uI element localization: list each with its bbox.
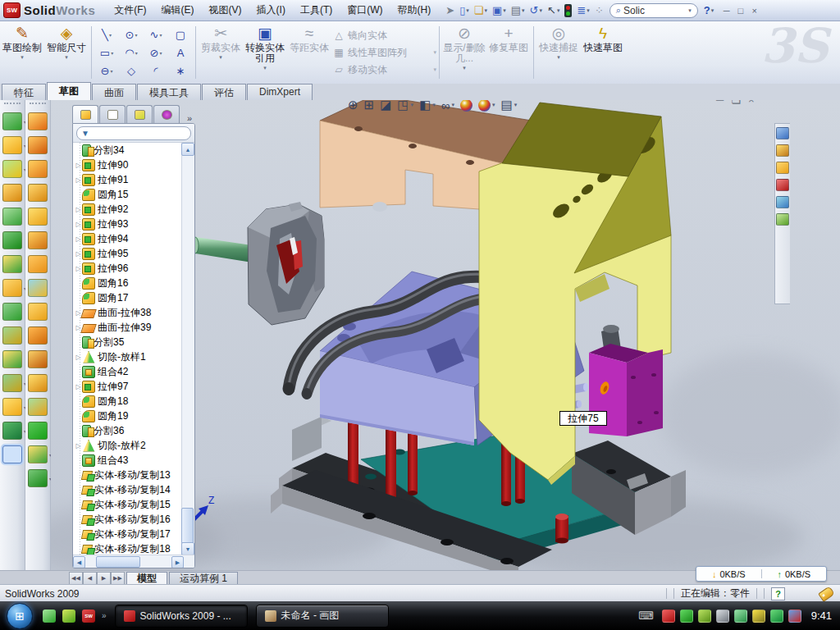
expander-icon[interactable]: ▷	[75, 176, 82, 184]
expander-icon[interactable]: ▷	[75, 162, 82, 169]
pin-icon[interactable]: ➤	[444, 4, 456, 16]
feature-tool-icon-7[interactable]	[28, 279, 48, 297]
tree-row-曲面-拉伸39[interactable]: ▷曲面-拉伸39	[73, 320, 181, 335]
tree-row-拉伸92[interactable]: ▷拉伸92	[73, 202, 181, 217]
tree-row-拉伸97[interactable]: ▷拉伸97	[73, 379, 181, 394]
ellipse-tool[interactable]: ⊘▾	[144, 43, 168, 62]
tree-row-拉伸95[interactable]: ▷拉伸95	[73, 246, 181, 261]
tree-row-圆角17[interactable]: 圆角17	[73, 290, 181, 305]
selection-box-tool[interactable]: ▢	[168, 25, 193, 43]
scroll-right-button[interactable]: ▶	[171, 556, 184, 568]
tree-row-圆角16[interactable]: 圆角16	[73, 276, 181, 290]
tab-曲面[interactable]: 曲面	[92, 84, 136, 100]
tree-tab-configuration-manager[interactable]	[126, 105, 153, 123]
feature-tool-icon-11[interactable]	[28, 374, 48, 392]
design-library-icon[interactable]	[776, 144, 789, 157]
feature-tool-icon-6[interactable]	[2, 255, 22, 273]
tree-tab-feature-manager[interactable]	[72, 105, 98, 123]
menu-item-3[interactable]: 插入(I)	[249, 1, 293, 20]
tree-row-实体-移动/复制13[interactable]: 实体-移动/复制13	[73, 468, 181, 482]
more-tools-icon[interactable]: ⁘	[593, 4, 605, 16]
tree-row-切除-放样1[interactable]: ▷切除-放样1	[73, 349, 181, 364]
feature-tool-icon-4[interactable]	[28, 208, 48, 226]
expander-icon[interactable]: ▷	[75, 265, 82, 272]
feature-tool-icon-3[interactable]	[2, 184, 22, 202]
motion-nav-button-2[interactable]: ▶	[97, 572, 111, 585]
scroll-thumb[interactable]	[181, 508, 194, 544]
feature-tool-icon-0[interactable]	[28, 112, 48, 130]
feature-tool-icon-12[interactable]: ▾	[2, 398, 22, 416]
stop-pin[interactable]	[555, 514, 568, 544]
solidworks-icon[interactable]: SW	[82, 609, 95, 623]
arc-tool[interactable]: ◠▾	[119, 43, 144, 62]
feature-tool-icon-2[interactable]	[28, 160, 48, 178]
tree-row-组合43[interactable]: 组合43	[73, 453, 181, 468]
motion-nav-button-3[interactable]: ▶▶	[111, 572, 125, 585]
new-file-icon[interactable]: ▯▾	[458, 4, 471, 16]
start-button[interactable]: ⊞	[7, 603, 33, 629]
network-warning-icon[interactable]	[752, 609, 765, 623]
restore-button[interactable]: □	[733, 4, 747, 16]
offset-entities-button[interactable]: ≈等距实体	[287, 21, 331, 80]
save-icon[interactable]: ▣▾	[491, 4, 508, 16]
menu-item-0[interactable]: 文件(F)	[107, 1, 153, 20]
feature-tool-icon-2[interactable]: ▾	[2, 160, 22, 178]
spline-tool[interactable]: ∿▾	[144, 25, 168, 43]
tab-特征[interactable]: 特征	[2, 84, 46, 100]
expander-icon[interactable]: ▷	[75, 442, 82, 450]
close-button[interactable]: ×	[747, 4, 761, 16]
menu-item-1[interactable]: 编辑(E)	[154, 1, 202, 20]
tree-row-拉伸94[interactable]: ▷拉伸94	[73, 231, 181, 246]
update-badge-icon[interactable]	[698, 609, 711, 623]
feature-tool-icon-6[interactable]	[28, 255, 48, 273]
scroll-up-button[interactable]: ▲	[181, 143, 194, 156]
expander-icon[interactable]: ▷	[75, 221, 82, 228]
feature-tool-icon-8[interactable]	[28, 303, 48, 321]
tree-filter-input[interactable]: ▼	[76, 126, 191, 140]
rectangle-tool[interactable]: ▭▾	[94, 43, 119, 62]
feature-tool-icon-15[interactable]: ▾	[28, 469, 48, 487]
line-tool[interactable]: ╲▾	[94, 25, 119, 43]
tree-vertical-scrollbar[interactable]: ▲ ▼	[181, 143, 194, 555]
menu-item-5[interactable]: 窗口(W)	[340, 1, 390, 20]
taskbar-button-1[interactable]: 未命名 - 画图	[256, 605, 389, 628]
tree-row-拉伸93[interactable]: ▷拉伸93	[73, 217, 181, 231]
tree-row-实体-移动/复制14[interactable]: 实体-移动/复制14	[73, 482, 181, 497]
tree-row-分割36[interactable]: 分割36	[73, 423, 181, 438]
zoom-area-icon[interactable]: ⊞	[364, 100, 375, 112]
feature-tool-icon-1[interactable]: ▾	[2, 136, 22, 154]
open-file-icon[interactable]: ❏▾	[472, 4, 489, 16]
expander-icon[interactable]: ▷	[75, 235, 82, 243]
feature-tool-icon-9[interactable]	[28, 326, 48, 345]
tags-icon[interactable]	[818, 586, 835, 602]
minimize-button[interactable]: ─	[719, 4, 733, 16]
motion-nav-button-0[interactable]: ◀◀	[69, 572, 83, 585]
custom-properties-icon[interactable]	[776, 213, 789, 226]
messenger-icon[interactable]	[43, 609, 56, 623]
volume-icon[interactable]	[716, 609, 729, 623]
feature-tool-icon-12[interactable]	[28, 398, 48, 416]
expander-icon[interactable]: ▷	[75, 354, 82, 361]
tree-row-实体-移动/复制18[interactable]: 实体-移动/复制18	[73, 541, 181, 555]
feature-tool-icon-14[interactable]	[2, 445, 22, 463]
feature-tool-icon-0[interactable]: ▾	[2, 112, 22, 130]
text-tool[interactable]: A	[168, 43, 193, 62]
tree-row-曲面-拉伸38[interactable]: ▷曲面-拉伸38	[73, 305, 181, 320]
palette-icon[interactable]	[776, 196, 789, 208]
feature-tool-icon-13[interactable]	[28, 422, 48, 440]
display-style-icon[interactable]: ◧▾	[419, 100, 436, 112]
smart-dimension-button[interactable]: ◈智能尺寸▾	[44, 21, 89, 80]
search-dropdown-icon[interactable]: ▾	[688, 7, 692, 14]
tree-row-圆角18[interactable]: 圆角18	[73, 394, 181, 409]
tree-tab-dimxpert-manager[interactable]	[153, 105, 180, 123]
tree-horizontal-scrollbar[interactable]: ◀ ▶	[73, 555, 195, 568]
doc-close-button[interactable]: ×	[748, 100, 755, 106]
menu-item-6[interactable]: 帮助(H)	[390, 1, 439, 20]
feature-tool-icon-14[interactable]: ▾	[28, 445, 48, 463]
tree-row-拉伸96[interactable]: ▷拉伸96	[73, 261, 181, 276]
tree-row-圆角19[interactable]: 圆角19	[73, 409, 181, 423]
security-shield-icon[interactable]	[680, 609, 693, 623]
feature-tool-icon-7[interactable]: ▾	[2, 279, 22, 297]
scroll-thumb-h[interactable]	[96, 556, 140, 568]
tree-row-分割35[interactable]: 分割35	[73, 335, 181, 349]
